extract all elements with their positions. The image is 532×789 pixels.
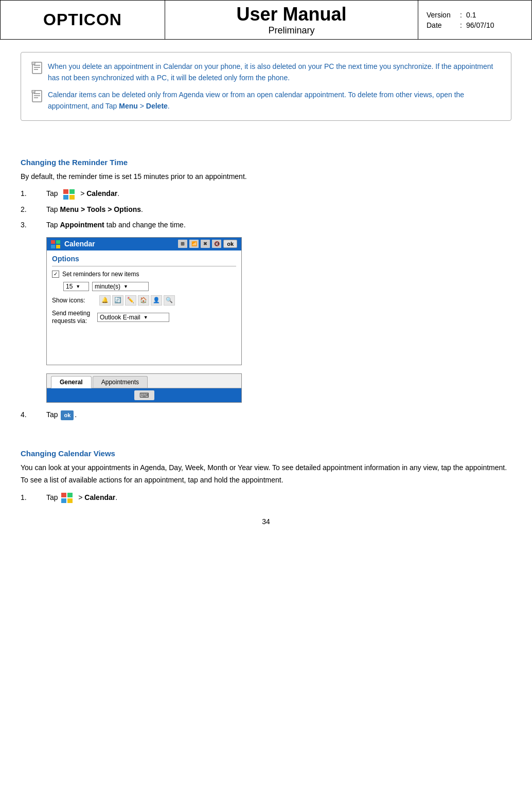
tab-general[interactable]: General [51,376,92,388]
note-item-1: When you delete an appointment in Calend… [31,61,501,84]
windows-flag-icon-1 [63,189,75,200]
svg-rect-18 [51,240,55,244]
date-colon: : [460,21,466,29]
section1-heading: Changing the Reminder Time [21,158,511,167]
cal-num-value: 15 [66,283,73,290]
section2-step1-bold: Calendar [84,493,115,501]
calendar-screen: Calendar ⊞ 📶 ✖ 🔇 ok Options Set reminder… [46,237,242,365]
date-row: Date : 96/07/10 [427,21,523,29]
step3-bold: Appointment [60,221,104,229]
svg-rect-15 [69,189,75,194]
header-meta: Version : 0.1 Date : 96/07/10 [418,1,531,39]
icon-bell: 🔔 [99,295,111,306]
icons-row: 🔔 🔄 ✏️ 🏠 👤 🔍 [99,295,175,306]
version-value: 0.1 [466,11,476,19]
note-icon-2 [31,90,43,105]
tabs-row: General Appointments [47,374,241,388]
cal-options-title: Options [52,255,236,263]
cal-minutes-row: 15 ▼ minute(s) ▼ [63,282,236,291]
version-row: Version : 0.1 [427,11,523,19]
svg-rect-4 [32,62,35,65]
calendar-screenshot: Calendar ⊞ 📶 ✖ 🔇 ok Options Set reminder… [46,237,242,365]
tabs-screenshot: General Appointments ⌨ [46,373,242,403]
cal-divider [52,266,236,266]
step2-bold: Menu > Tools > Options [60,205,141,213]
cal-body: Options Set reminders for new items 15 ▼… [47,250,241,365]
cal-show-icons-row: Show icons: 🔔 🔄 ✏️ 🏠 👤 🔍 [52,295,236,306]
cal-icon-grid[interactable]: ⊞ [178,240,187,248]
cal-meeting-arrow: ▼ [144,315,148,320]
step4-period: . [75,410,77,419]
header-title: User Manual Preliminary [165,1,418,39]
note-text-1: When you delete an appointment in Calend… [48,61,501,84]
cal-icon-phone[interactable]: ✖ [201,240,210,248]
version-label: Version [427,11,460,19]
page-number: 34 [21,517,511,526]
icon-home: 🏠 [138,295,149,306]
cal-title-label: Calendar [51,240,95,248]
note-text-2: Calendar items can be deleted only from … [48,89,501,112]
cal-icon-signal[interactable]: 📶 [189,240,199,248]
step4-ok-button: ok [61,410,74,421]
logo-text: OPTICON [43,10,122,29]
cal-titlebar: Calendar ⊞ 📶 ✖ 🔇 ok [47,238,241,250]
date-label: Date [427,21,460,29]
svg-rect-16 [63,195,68,200]
step3-content: Tap Appointment tab and change the time. [46,219,511,230]
version-colon: : [460,11,466,19]
cal-ok-button[interactable]: ok [223,240,237,248]
section2-step1-text: Tap [46,493,60,501]
section2-step1-period: . [115,493,117,501]
step-4: 4. Tap ok. [21,409,511,420]
section2-step-1: 1. Tap > Calendar. [21,492,511,503]
svg-rect-19 [56,240,60,244]
cal-unit-value: minute(s) [95,283,120,290]
note2-menu: Menu [119,102,138,110]
set-reminders-label: Set reminders for new items [62,271,139,278]
step3-after: tab and change the time. [104,221,186,229]
section2-step1-num: 1. [21,492,46,503]
cal-send-meeting-row: Send meetingrequests via: Outlook E-mail… [52,310,236,326]
note2-gt: > [138,102,146,110]
main-title: User Manual [236,4,346,25]
step4-list: 4. Tap ok. [21,409,511,420]
step-1: 1. Tap > Calendar. [21,188,511,199]
steps-list: 1. Tap > Calendar. 2. Tap Menu > Tools > [21,188,511,230]
note-box: When you delete an appointment in Calend… [21,52,511,121]
step3-num: 3. [21,219,46,230]
step4-text: Tap [46,410,60,419]
set-reminders-checkbox[interactable] [52,271,59,278]
cal-checkbox-row: Set reminders for new items [52,271,236,278]
step-2: 2. Tap Menu > Tools > Options. [21,204,511,215]
note2-delete: Delete [146,102,168,110]
logo: OPTICON [1,1,165,39]
step1-bold: Calendar [86,189,117,198]
tabs-keyboard-row: ⌨ [47,388,241,402]
cal-num-select[interactable]: 15 ▼ [63,282,89,291]
date-value: 96/07/10 [466,21,494,29]
send-meeting-label: Send meetingrequests via: [52,310,93,326]
svg-rect-23 [67,493,73,497]
section2-heading: Changing Calendar Views [21,449,511,458]
sub-title: Preliminary [268,25,314,36]
show-icons-label: Show icons: [52,297,93,304]
cal-unit-select[interactable]: minute(s) ▼ [92,282,149,291]
svg-rect-21 [56,245,60,248]
note2-period: . [168,102,170,110]
step4-content: Tap ok. [46,409,511,420]
cal-titlebar-icons: ⊞ 📶 ✖ 🔇 ok [178,240,237,248]
step2-content: Tap Menu > Tools > Options. [46,204,511,215]
icon-person: 👤 [151,295,162,306]
note-item-2: Calendar items can be deleted only from … [31,89,501,112]
step2-num: 2. [21,204,46,215]
cal-icon-sound[interactable]: 🔇 [212,240,221,248]
cal-titlebar-text: Calendar [64,240,95,248]
tab-appointments[interactable]: Appointments [93,376,148,388]
step1-num: 1. [21,188,46,199]
page-header: OPTICON User Manual Preliminary Version … [0,0,532,40]
svg-rect-24 [61,498,66,503]
cal-unit-arrow: ▼ [123,284,128,289]
cal-meeting-select[interactable]: Outlook E-mail ▼ [97,313,169,322]
icon-edit: ✏️ [125,295,136,306]
svg-rect-22 [61,493,66,497]
